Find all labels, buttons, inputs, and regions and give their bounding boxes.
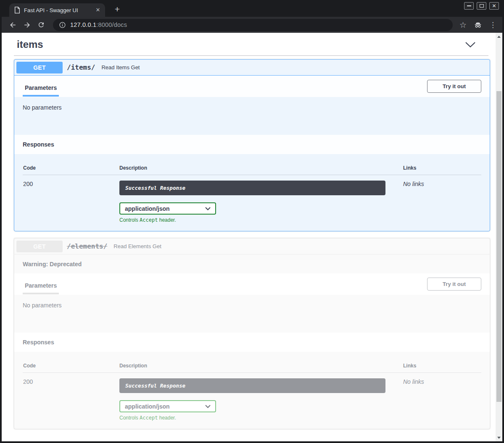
tab-close-icon[interactable]: ✕ bbox=[94, 6, 102, 14]
scrollbar[interactable] bbox=[496, 33, 502, 441]
url-text: 127.0.0.1:8000/docs bbox=[70, 21, 127, 28]
url-path: :8000/docs bbox=[96, 21, 127, 28]
toolbar-right-icons: ☆ ⋮ bbox=[459, 20, 496, 30]
tag-section-header[interactable]: items bbox=[14, 36, 488, 56]
new-tab-button[interactable]: + bbox=[112, 4, 123, 15]
response-row: 200 Successful Response application/json… bbox=[23, 175, 481, 223]
chevron-down-icon bbox=[205, 207, 211, 210]
code-column-header: Code bbox=[23, 363, 119, 369]
reload-icon bbox=[37, 21, 45, 29]
endpoint-get-elements-deprecated: GET /elements/ Read Elements Get Warning… bbox=[14, 238, 490, 429]
page-favicon-icon bbox=[14, 7, 20, 13]
responses-body: Code Description Links 200 Successful Re… bbox=[14, 154, 490, 231]
try-it-out-button[interactable]: Try it out bbox=[427, 80, 481, 93]
endpoint-get-items: GET /items/ Read Items Get Parameters Tr… bbox=[14, 59, 490, 231]
maximize-icon bbox=[480, 4, 484, 8]
endpoint-description: Read Items Get bbox=[101, 64, 140, 71]
controls-suffix: header. bbox=[158, 415, 176, 421]
responses-header-bar: Responses bbox=[14, 333, 490, 352]
back-arrow-icon bbox=[9, 21, 17, 29]
controls-prefix: Controls bbox=[119, 415, 140, 421]
window-minimize-button[interactable] bbox=[464, 2, 474, 10]
responses-title: Responses bbox=[23, 339, 54, 346]
close-icon: ✕ bbox=[492, 3, 496, 8]
description-column-header: Description bbox=[119, 165, 403, 171]
minimize-icon bbox=[467, 5, 471, 6]
method-badge: GET bbox=[16, 62, 63, 73]
media-type-select[interactable]: application/json bbox=[119, 400, 216, 412]
media-type-select[interactable]: application/json bbox=[119, 202, 216, 215]
response-links: No links bbox=[403, 378, 481, 421]
window-controls: ✕ bbox=[464, 2, 499, 10]
response-row: 200 Successful Response application/json… bbox=[23, 373, 481, 421]
code-column-header: Code bbox=[23, 165, 119, 171]
deprecated-warning: Warning: Deprecated bbox=[14, 254, 490, 273]
controls-accept-note: Controls Accept header. bbox=[119, 217, 403, 223]
responses-table-header: Code Description Links bbox=[23, 165, 481, 175]
endpoint-path: /elements/ bbox=[67, 242, 107, 250]
site-info-icon[interactable] bbox=[59, 21, 66, 29]
response-links: No links bbox=[403, 181, 481, 223]
controls-prefix: Controls bbox=[119, 217, 140, 223]
media-type-value: application/json bbox=[125, 403, 170, 410]
response-description-text: Successful Response bbox=[125, 383, 185, 389]
swagger-page: items GET /items/ Read Items Get Paramet… bbox=[2, 33, 496, 441]
parameters-tab: Parameters bbox=[23, 276, 59, 294]
page-content: items GET /items/ Read Items Get Paramet… bbox=[2, 33, 502, 441]
back-button[interactable] bbox=[7, 19, 18, 31]
endpoint-body: Parameters Try it out No parameters Resp… bbox=[14, 76, 490, 231]
response-description-block: Successful Response bbox=[119, 181, 385, 195]
endpoint-summary[interactable]: GET /items/ Read Items Get bbox=[14, 60, 490, 76]
try-it-out-button[interactable]: Try it out bbox=[427, 278, 481, 291]
media-type-value: application/json bbox=[125, 205, 170, 212]
tag-title: items bbox=[17, 39, 43, 50]
controls-suffix: header. bbox=[158, 217, 176, 223]
parameters-header-bar: Parameters Try it out bbox=[14, 273, 490, 295]
forward-button[interactable] bbox=[21, 19, 33, 31]
bookmark-star-icon[interactable]: ☆ bbox=[459, 20, 467, 30]
no-parameters-text: No parameters bbox=[23, 302, 481, 309]
controls-code: Accept bbox=[140, 415, 158, 421]
window-close-button[interactable]: ✕ bbox=[489, 2, 499, 10]
no-parameters-text: No parameters bbox=[23, 104, 481, 111]
tab-title: Fast API - Swagger UI bbox=[24, 7, 94, 13]
chevron-down-icon bbox=[205, 405, 211, 408]
address-bar[interactable]: 127.0.0.1:8000/docs bbox=[53, 19, 453, 31]
links-column-header: Links bbox=[403, 165, 481, 171]
url-host: 127.0.0.1 bbox=[70, 21, 96, 28]
parameters-header-bar: Parameters Try it out bbox=[14, 76, 490, 97]
browser-tab[interactable]: Fast API - Swagger UI ✕ bbox=[9, 3, 105, 17]
controls-code: Accept bbox=[140, 217, 158, 223]
incognito-icon bbox=[473, 21, 483, 29]
response-description-cell: Successful Response application/json Con… bbox=[119, 378, 403, 421]
responses-body: Code Description Links 200 Successful Re… bbox=[14, 352, 490, 429]
parameters-body: No parameters bbox=[14, 295, 490, 333]
responses-title: Responses bbox=[23, 141, 54, 148]
parameters-tab: Parameters bbox=[23, 78, 59, 97]
browser-titlebar: Fast API - Swagger UI ✕ + ✕ bbox=[2, 0, 502, 17]
endpoint-summary[interactable]: GET /elements/ Read Elements Get bbox=[14, 239, 490, 254]
response-description-text: Successful Response bbox=[125, 185, 185, 191]
scroll-down-icon[interactable] bbox=[496, 434, 502, 441]
response-code: 200 bbox=[23, 378, 119, 421]
links-column-header: Links bbox=[403, 363, 481, 369]
parameters-body: No parameters bbox=[14, 97, 490, 135]
responses-header-bar: Responses bbox=[14, 135, 490, 154]
forward-arrow-icon bbox=[23, 21, 31, 29]
endpoint-path: /items/ bbox=[67, 63, 95, 71]
scrollbar-thumb[interactable] bbox=[496, 91, 501, 402]
collapse-chevron-icon[interactable] bbox=[465, 42, 476, 48]
browser-toolbar: 127.0.0.1:8000/docs ☆ ⋮ bbox=[2, 17, 502, 33]
response-description-cell: Successful Response application/json Con… bbox=[119, 181, 403, 223]
controls-accept-note: Controls Accept header. bbox=[119, 415, 403, 421]
endpoint-description: Read Elements Get bbox=[113, 243, 161, 249]
response-code: 200 bbox=[23, 181, 119, 223]
method-badge: GET bbox=[16, 241, 63, 252]
reload-button[interactable] bbox=[35, 19, 47, 31]
window-maximize-button[interactable] bbox=[477, 2, 486, 10]
scroll-up-icon[interactable] bbox=[496, 33, 502, 40]
browser-menu-icon[interactable]: ⋮ bbox=[489, 21, 496, 29]
responses-table-header: Code Description Links bbox=[23, 363, 481, 373]
response-description-block: Successful Response bbox=[119, 378, 385, 393]
description-column-header: Description bbox=[119, 363, 403, 369]
